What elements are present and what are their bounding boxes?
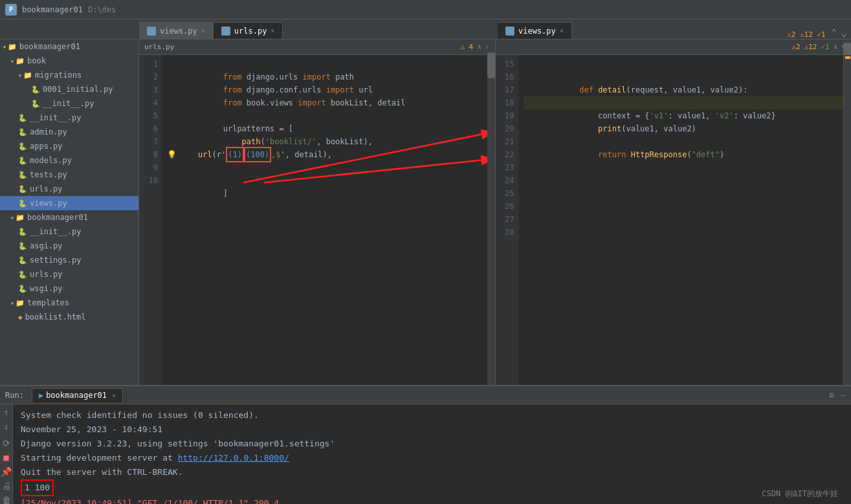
sidebar-item-wsgi[interactable]: 🐍 wsgi.py: [0, 281, 138, 296]
rcode-line-23: [524, 161, 846, 174]
code-line-4: [167, 96, 490, 109]
folder-icon: 📁: [23, 71, 32, 80]
code-line-9: [167, 161, 490, 174]
py-icon: 🐍: [18, 270, 27, 279]
code-line-3: from book.views import bookList, detail: [167, 83, 490, 96]
sidebar-item-templates[interactable]: ▾ 📁 templates: [0, 296, 138, 310]
warning-count: ⚠ 4: [460, 43, 473, 51]
code-line-5: urlpatterns = [: [167, 109, 490, 122]
project-path: D:\des: [88, 5, 116, 14]
watermark: CSDN @搞IT的放牛娃: [762, 488, 838, 499]
scroll-down-btn[interactable]: ↓: [3, 421, 8, 432]
run-tab-label: bookmanager01: [46, 391, 107, 400]
server-link[interactable]: http://127.0.0.1:8000/: [178, 453, 289, 463]
chevron-icon: ▾: [18, 72, 22, 79]
run-label: Run:: [5, 391, 24, 400]
tab-urls[interactable]: urls.py ×: [214, 22, 283, 39]
warning-marker: [845, 56, 850, 59]
settings-icon[interactable]: ⚙: [829, 390, 834, 400]
print-btn[interactable]: 🖨: [2, 481, 11, 491]
py-icon: 🐍: [31, 100, 40, 108]
result-box: 1 100: [21, 479, 54, 496]
sidebar-label: urls.py: [30, 184, 63, 193]
py-icon: 🐍: [18, 171, 27, 179]
rcode-line-22: [524, 148, 846, 161]
sidebar-label: bookmanager01: [27, 213, 88, 222]
line-numbers-left: 12345 678910: [139, 55, 162, 385]
code-area-left[interactable]: from django.urls import path from django…: [162, 55, 495, 385]
trash-btn[interactable]: 🗑: [2, 495, 11, 504]
left-editor-filename: urls.py: [144, 43, 174, 51]
sidebar-item-bookmanager01-root[interactable]: ▾ 📁 bookmanager01: [0, 39, 138, 54]
nav-up-right[interactable]: ∧: [834, 43, 838, 51]
rerun-btn[interactable]: ⟳: [3, 438, 10, 448]
sidebar-item-book[interactable]: ▾ 📁 book: [0, 54, 138, 68]
tab-close-urls[interactable]: ×: [271, 27, 274, 34]
stop-btn[interactable]: ■: [3, 452, 8, 463]
run-icon: ▶: [39, 391, 43, 400]
warning-dot-line8: 💡: [167, 148, 177, 161]
folder-icon: 📁: [16, 214, 25, 222]
chevron-icon: ▾: [10, 58, 14, 65]
bottom-left-toolbar: ↑ ↓ ⟳ ■ 📌 🖨 🗑: [0, 404, 13, 504]
html-icon: ◈: [18, 313, 23, 322]
tab-views-right[interactable]: views.py ×: [498, 22, 572, 39]
sidebar-item-urls-book[interactable]: 🐍 urls.py: [0, 182, 138, 196]
rcode-line-15: [524, 58, 846, 71]
line-numbers-right: 1516171819 2021222324 25262728: [496, 55, 518, 385]
sidebar-item-init3[interactable]: 🐍 __init__.py: [0, 225, 138, 239]
right-editor-header: ⚠2 ⚠12 ✓1 ∧ ∨: [496, 39, 852, 55]
sidebar-item-migrations[interactable]: ▾ 📁 migrations: [0, 68, 138, 82]
py-icon: 🐍: [18, 157, 27, 165]
left-editor-scrollbar[interactable]: [487, 55, 495, 385]
right-warning2: ⚠12: [804, 43, 817, 51]
sidebar-item-init2[interactable]: 🐍 __init__.py: [0, 111, 138, 125]
sidebar-label: __init__.py: [30, 227, 81, 236]
bottom-tab-bookmanager01[interactable]: ▶ bookmanager01 ×: [32, 388, 123, 402]
right-check: ✓1: [821, 43, 830, 51]
code-line-1: from django.urls import path: [167, 58, 490, 71]
pin-btn[interactable]: 📌: [1, 466, 12, 477]
tab-close-views-left[interactable]: ×: [201, 27, 205, 34]
nav-up[interactable]: ∧: [477, 43, 481, 51]
tab-close-views-right[interactable]: ×: [560, 27, 564, 34]
py-file-icon: [147, 27, 156, 36]
folder-icon: 📁: [8, 43, 17, 51]
sidebar-item-0001[interactable]: 🐍 0001_initial.py: [0, 82, 138, 96]
sidebar-item-views[interactable]: 🐍 views.py: [0, 196, 138, 210]
py-icon: 🐍: [18, 256, 27, 265]
sidebar-item-tests[interactable]: 🐍 tests.py: [0, 168, 138, 182]
py-file-icon-views-right: [505, 27, 514, 36]
sidebar-label: booklist.html: [25, 312, 86, 322]
sidebar-item-settings[interactable]: 🐍 settings.py: [0, 253, 138, 267]
sidebar-item-init1[interactable]: 🐍 __init__.py: [0, 96, 138, 111]
run-tab-close[interactable]: ×: [112, 392, 116, 399]
expand-icon[interactable]: ⌃: [831, 27, 837, 39]
sidebar-item-booklist-html[interactable]: ◈ booklist.html: [0, 310, 138, 324]
code-area-right[interactable]: def detail(request, value1, value2): con…: [518, 55, 852, 385]
minimize-icon[interactable]: –: [841, 390, 846, 400]
rcode-line-25: [524, 187, 846, 200]
py-icon: 🐍: [31, 85, 40, 94]
rcode-line-19: print(value1, value2): [524, 109, 846, 122]
sidebar-item-bookmanager01-sub[interactable]: ▾ 📁 bookmanager01: [0, 210, 138, 225]
sidebar: ▾ 📁 bookmanager01 ▾ 📁 book ▾ 📁 migration…: [0, 39, 139, 385]
folder-icon: 📁: [16, 299, 25, 307]
sidebar-item-admin[interactable]: 🐍 admin.py: [0, 125, 138, 139]
scroll-up-btn[interactable]: ↑: [3, 407, 8, 417]
sidebar-item-apps[interactable]: 🐍 apps.py: [0, 139, 138, 153]
sidebar-label: urls.py: [30, 270, 63, 279]
terminal-line-4: Starting development server at http://12…: [21, 451, 843, 465]
py-icon: 🐍: [18, 242, 27, 250]
tab-views-left[interactable]: views.py ×: [139, 22, 214, 39]
sidebar-label: apps.py: [30, 142, 63, 151]
terminal-output[interactable]: System check identified no issues (0 sil…: [13, 404, 851, 504]
code-line-7: [167, 135, 490, 148]
sidebar-item-urls-main[interactable]: 🐍 urls.py: [0, 267, 138, 281]
rcode-line-24: [524, 174, 846, 187]
py-file-icon-urls: [221, 27, 230, 36]
sidebar-label: models.py: [30, 156, 72, 165]
sidebar-item-models[interactable]: 🐍 models.py: [0, 153, 138, 168]
sidebar-item-asgi[interactable]: 🐍 asgi.py: [0, 239, 138, 253]
collapse-icon[interactable]: ⌄: [841, 27, 847, 39]
